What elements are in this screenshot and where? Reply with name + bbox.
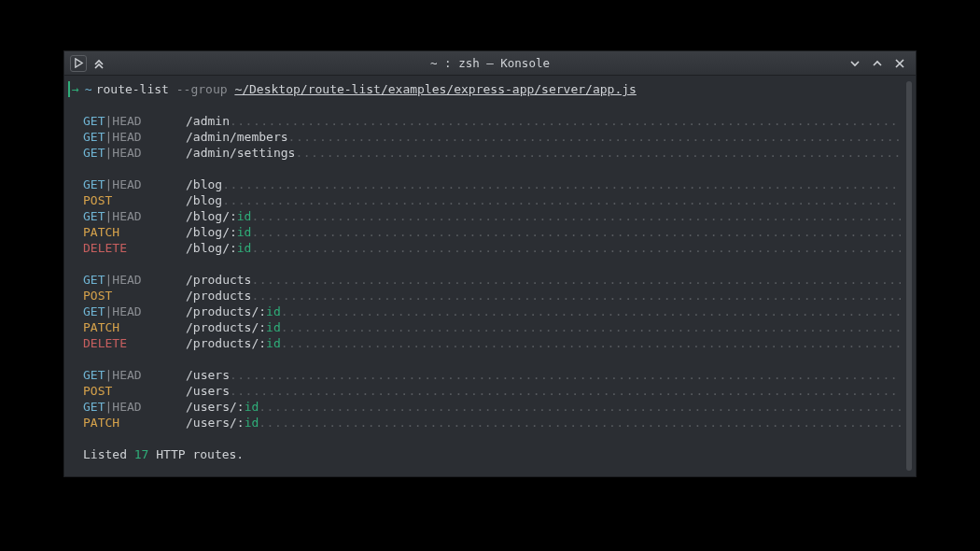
route-method: GET|HEAD: [83, 399, 186, 415]
route-row: GET|HEAD/users/:id......................…: [83, 399, 901, 415]
route-path: /products: [186, 272, 251, 288]
route-method: PATCH: [83, 224, 186, 240]
command-path: ~/Desktop/route-list/examples/express-ap…: [234, 82, 636, 96]
route-dots: ........................................…: [251, 224, 901, 240]
route-dots: ........................................…: [281, 319, 901, 335]
route-path: /blog: [186, 177, 222, 192]
route-row: POST/blog...............................…: [83, 192, 901, 208]
route-row: GET|HEAD/admin/members..................…: [83, 129, 901, 145]
prompt-line: → ~ route-list --group ~/Desktop/route-l…: [68, 81, 916, 97]
titlebar[interactable]: ~ : zsh — Konsole: [64, 51, 916, 76]
route-path: /users: [186, 383, 230, 399]
route-path: /users: [186, 367, 230, 383]
close-icon[interactable]: [891, 55, 908, 72]
terminal[interactable]: → ~ route-list --group ~/Desktop/route-l…: [64, 76, 916, 476]
route-dots: ........................................…: [230, 383, 901, 399]
route-row: GET|HEAD/blog/:id.......................…: [83, 208, 901, 224]
prompt-arrow-icon: →: [68, 81, 85, 97]
route-row: DELETE/blog/:id.........................…: [83, 240, 901, 256]
route-row: PATCH/products/:id......................…: [83, 319, 901, 335]
route-path: /blog/:id: [186, 224, 251, 240]
route-path: /products/:id: [186, 304, 281, 319]
route-row: GET|HEAD/admin..........................…: [83, 113, 901, 129]
route-dots: ........................................…: [222, 177, 901, 192]
command-name: route-list: [96, 82, 169, 96]
prompt-cwd: ~: [85, 81, 96, 97]
route-path: /products/:id: [186, 335, 281, 351]
route-method: POST: [83, 288, 186, 304]
route-row: GET|HEAD/products.......................…: [83, 272, 901, 288]
route-method: POST: [83, 383, 186, 399]
window-title: ~ : zsh — Konsole: [64, 56, 916, 70]
route-path: /admin/members: [186, 129, 288, 145]
route-dots: ........................................…: [230, 367, 901, 383]
chevron-up-double-icon[interactable]: [91, 55, 107, 72]
summary-count: 17: [134, 447, 149, 461]
route-method: GET|HEAD: [83, 129, 186, 145]
route-method: GET|HEAD: [83, 272, 186, 288]
route-dots: ........................................…: [251, 208, 901, 224]
route-row: GET|HEAD/products/:id...................…: [83, 304, 901, 319]
command-flag: --group: [176, 82, 228, 96]
route-dots: ........................................…: [281, 304, 901, 319]
route-method: GET|HEAD: [83, 367, 186, 383]
route-method: GET|HEAD: [83, 145, 186, 161]
route-row: PATCH/users/:id.........................…: [83, 415, 901, 431]
summary-line: Listed 17 HTTP routes.: [68, 446, 916, 462]
route-row: PATCH/blog/:id..........................…: [83, 224, 901, 240]
route-path: /admin: [186, 113, 230, 129]
route-path: /blog/:id: [186, 208, 251, 224]
konsole-window: ~ : zsh — Konsole → ~ route-list --group…: [63, 50, 917, 477]
route-row: GET|HEAD/users..........................…: [83, 367, 901, 383]
routes-output: GET|HEAD/admin..........................…: [68, 113, 916, 431]
route-row: DELETE/products/:id.....................…: [83, 335, 901, 351]
route-method: DELETE: [83, 240, 186, 256]
route-method: PATCH: [83, 319, 186, 335]
maximize-icon[interactable]: [869, 55, 886, 72]
summary-prefix: Listed: [83, 447, 134, 461]
route-path: /products: [186, 288, 251, 304]
route-path: /users/:id: [186, 415, 259, 431]
route-row: POST/products...........................…: [83, 288, 901, 304]
route-dots: ........................................…: [281, 335, 901, 351]
route-method: GET|HEAD: [83, 113, 186, 129]
run-icon[interactable]: [70, 55, 87, 72]
route-dots: ........................................…: [251, 240, 901, 256]
minimize-icon[interactable]: [847, 55, 863, 72]
route-dots: ........................................…: [251, 272, 901, 288]
route-method: GET|HEAD: [83, 304, 186, 319]
route-method: DELETE: [83, 335, 186, 351]
route-dots: ........................................…: [222, 192, 901, 208]
route-row: GET|HEAD/blog...........................…: [83, 177, 901, 192]
route-dots: ........................................…: [230, 113, 901, 129]
route-row: POST/users..............................…: [83, 383, 901, 399]
route-method: PATCH: [83, 415, 186, 431]
route-dots: ........................................…: [295, 145, 901, 161]
route-dots: ........................................…: [251, 288, 901, 304]
summary-suffix: HTTP routes.: [148, 447, 244, 461]
route-path: /blog: [186, 192, 222, 208]
route-row: GET|HEAD/admin/settings.................…: [83, 145, 901, 161]
route-method: GET|HEAD: [83, 208, 186, 224]
route-path: /products/:id: [186, 319, 281, 335]
route-path: /blog/:id: [186, 240, 251, 256]
route-path: /users/:id: [186, 399, 259, 415]
route-dots: ........................................…: [288, 129, 901, 145]
scrollbar[interactable]: [906, 81, 912, 471]
route-dots: ........................................…: [259, 415, 901, 431]
route-method: GET|HEAD: [83, 177, 186, 192]
route-method: POST: [83, 192, 186, 208]
route-dots: ........................................…: [259, 399, 901, 415]
route-path: /admin/settings: [186, 145, 295, 161]
